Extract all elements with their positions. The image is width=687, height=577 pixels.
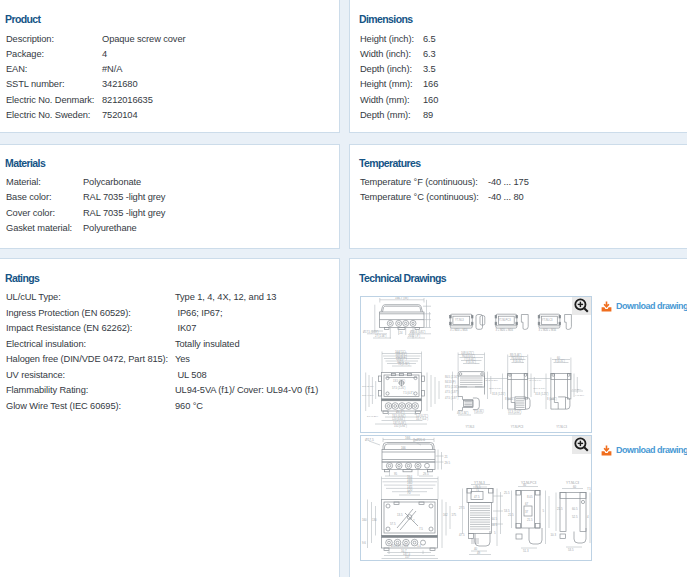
svg-text:27.5: 27.5	[459, 506, 465, 510]
svg-text:5: 5	[543, 509, 545, 513]
svg-text:4: 4	[587, 515, 589, 519]
svg-text:162: 162	[443, 513, 448, 517]
svg-text:7.5: 7.5	[587, 487, 591, 491]
svg-text:49: 49	[477, 551, 481, 555]
svg-text:YT-NLPC3: YT-NLPC3	[498, 318, 511, 322]
svg-text:57.5 (2.26"): 57.5 (2.26")	[392, 386, 406, 390]
svg-text:130: 130	[372, 518, 377, 522]
svg-text:80: 80	[523, 483, 527, 487]
svg-text:8.05: 8.05	[527, 495, 533, 499]
svg-text:13.5: 13.5	[397, 513, 403, 517]
svg-text:37: 37	[525, 510, 529, 514]
svg-text:87.5 (2.16"): 87.5 (2.16")	[445, 385, 459, 389]
svg-text:Ø17.5 (0.69"): Ø17.5 (0.69")	[363, 330, 379, 334]
svg-text:YT-NLC3: YT-NLC3	[542, 318, 553, 322]
svg-text:53.5: 53.5	[568, 548, 574, 552]
svg-text:YT-NLC3: YT-NLC3	[556, 425, 567, 429]
svg-text:160 (2.48"): 160 (2.48")	[362, 385, 374, 388]
svg-text:47.5: 47.5	[474, 495, 480, 499]
svg-text:45.6 (1.17"): 45.6 (1.17")	[533, 387, 546, 390]
svg-text:47.5 (1.87"): 47.5 (1.87")	[445, 396, 459, 400]
svg-text:80.5 (2.16"): 80.5 (2.16")	[445, 375, 459, 379]
svg-text:8 (0.31"): 8 (0.31")	[547, 397, 557, 401]
svg-text:151 (5.94"): 151 (5.94")	[394, 424, 407, 428]
svg-text:31.8 (1.25"): 31.8 (1.25")	[535, 392, 549, 396]
svg-text:YT-NLPC3: YT-NLPC3	[511, 425, 524, 429]
svg-text:25.5: 25.5	[504, 491, 510, 495]
svg-text:5.6 (0.36"): 5.6 (0.36")	[367, 415, 378, 418]
svg-text:49.4 (1.94"): 49.4 (1.94")	[529, 379, 542, 382]
svg-text:29.5: 29.5	[423, 472, 429, 476]
svg-text:10.7 (0.4"): 10.7 (0.4")	[416, 417, 428, 421]
svg-text:51.3 (2.02"): 51.3 (2.02")	[508, 410, 522, 414]
svg-text:9.6: 9.6	[362, 541, 366, 545]
svg-text:Ø17.5: Ø17.5	[365, 438, 374, 442]
svg-text:9 (0.35"): 9 (0.35")	[572, 388, 581, 391]
svg-text:3 + M20 + M16: 3 + M20 + M16	[496, 328, 514, 332]
svg-text:47.5: 47.5	[459, 533, 465, 537]
svg-text:3xØ20.6: 3xØ20.6	[413, 438, 425, 442]
svg-text:27 (1.06"): 27 (1.06")	[375, 334, 386, 338]
svg-text:5: 5	[494, 531, 496, 535]
svg-text:84.53 (F): 84.53 (F)	[445, 380, 456, 384]
svg-text:166.7 (W): 166.7 (W)	[395, 297, 408, 300]
svg-text:13.5 (0.5"): 13.5 (0.5")	[393, 379, 405, 383]
svg-text:71: 71	[476, 488, 480, 492]
svg-text:175: 175	[452, 513, 457, 517]
svg-text:21.5: 21.5	[508, 513, 514, 517]
svg-text:70: 70	[407, 491, 411, 495]
svg-text:9 (0.35"): 9 (0.35")	[474, 409, 484, 413]
svg-text:29.5: 29.5	[445, 461, 451, 465]
svg-text:166: 166	[405, 436, 411, 440]
svg-text:21: 21	[445, 455, 449, 459]
svg-text:108 (4.34"): 108 (4.34")	[362, 394, 374, 397]
svg-text:34.5 (1.36"): 34.5 (1.36")	[486, 379, 499, 382]
svg-text:95: 95	[394, 472, 398, 476]
svg-text:67: 67	[525, 502, 529, 506]
svg-text:160: 160	[362, 518, 367, 522]
svg-text:5.4: 5.4	[417, 544, 421, 548]
svg-text:64.5: 64.5	[492, 517, 498, 521]
svg-text:7.5 (0.3"): 7.5 (0.3")	[403, 391, 414, 395]
svg-text:120 (4.64"): 120 (4.64")	[392, 417, 405, 421]
svg-text:8 (0.31"): 8 (0.31")	[466, 360, 476, 364]
svg-text:8 (0.31"): 8 (0.31")	[513, 359, 523, 363]
svg-text:3 + M20 + M16: 3 + M20 + M16	[450, 328, 468, 332]
svg-text:46 (1.84"): 46 (1.84")	[457, 411, 468, 415]
svg-text:8 (0.31"): 8 (0.31")	[555, 359, 565, 363]
svg-text:4 (0.16"): 4 (0.16")	[575, 394, 584, 397]
svg-text:3 + M20 + M16: 3 + M20 + M16	[539, 328, 557, 332]
svg-text:57.5: 57.5	[390, 522, 396, 526]
svg-text:5.4 (0.21"): 5.4 (0.21")	[416, 414, 428, 418]
svg-text:8 (0.31"): 8 (0.31")	[505, 397, 515, 401]
svg-text:263.2 (.9"): 263.2 (.9")	[408, 334, 420, 338]
svg-text:47.5 (1.87"): 47.5 (1.87")	[445, 390, 459, 394]
svg-text:60: 60	[573, 485, 577, 489]
svg-text:31.8 (1.25"): 31.8 (1.25")	[492, 392, 506, 396]
svg-text:52.5: 52.5	[572, 515, 578, 519]
svg-text:157: 157	[405, 555, 410, 559]
svg-text:YT-NL3: YT-NL3	[455, 318, 464, 322]
svg-text:60.5: 60.5	[572, 507, 578, 511]
svg-text:70 (2.76"): 70 (2.76")	[398, 362, 409, 366]
svg-text:74.5 (0.94"): 74.5 (0.94")	[392, 414, 406, 418]
svg-text:15.5 (0.61"): 15.5 (0.61")	[489, 387, 502, 390]
svg-text:84.5: 84.5	[492, 523, 498, 527]
svg-text:Ø4.2 29.5 5.4: Ø4.2 29.5 5.4	[391, 544, 408, 548]
svg-text:21.5: 21.5	[557, 507, 563, 511]
svg-text:7.5: 7.5	[419, 527, 423, 531]
svg-text:Ø4.2("): Ø4.2(")	[396, 410, 404, 414]
svg-text:166: 166	[401, 446, 406, 450]
svg-text:YT-NL3: YT-NL3	[474, 481, 485, 485]
svg-text:21.5: 21.5	[527, 518, 533, 522]
svg-text:Ø20.6 (0.81"): Ø20.6 (0.81")	[410, 330, 426, 334]
svg-text:YT-NL3: YT-NL3	[466, 425, 475, 429]
svg-text:24: 24	[400, 331, 403, 335]
svg-text:51.3: 51.3	[523, 549, 529, 553]
svg-text:10.3: 10.3	[551, 533, 557, 537]
svg-text:137 (5.39"): 137 (5.39")	[393, 421, 406, 425]
